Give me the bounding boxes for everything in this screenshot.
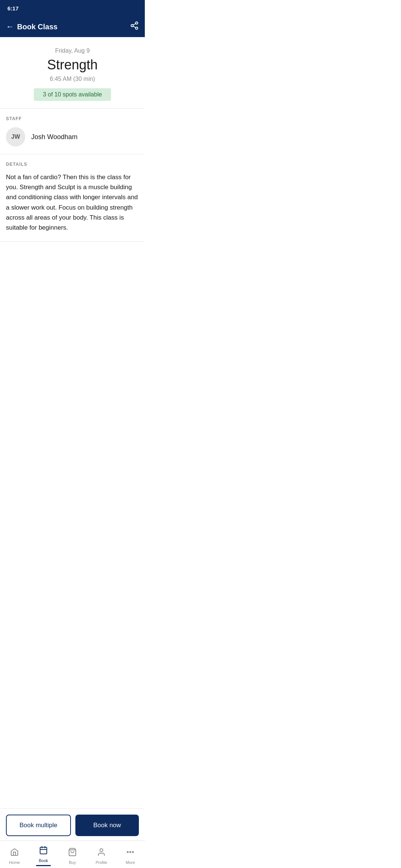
class-info-section: Friday, Aug 9 Strength 6:45 AM (30 min) … [0,37,145,109]
status-time: 6:17 [7,5,19,11]
share-button[interactable] [130,21,139,32]
staff-name: Josh Woodham [31,133,78,141]
details-section-label: DETAILS [6,162,139,167]
class-time: 6:45 AM (30 min) [6,76,139,82]
spots-badge: 3 of 10 spots available [34,88,111,101]
details-text: Not a fan of cardio? Then this is the cl… [6,172,139,233]
staff-avatar: JW [6,127,25,147]
page-title: Book Class [17,23,58,31]
svg-line-3 [133,26,136,28]
back-button[interactable]: ← Book Class [6,23,58,31]
staff-row: JW Josh Woodham [6,127,139,147]
class-name: Strength [6,57,139,73]
svg-line-4 [133,24,136,25]
back-icon: ← [6,23,14,31]
details-section: DETAILS Not a fan of cardio? Then this i… [0,154,145,242]
staff-section-label: STAFF [6,116,139,121]
nav-bar: ← Book Class [0,16,145,37]
staff-section: STAFF JW Josh Woodham [0,109,145,154]
status-bar: 6:17 [0,0,145,16]
class-date: Friday, Aug 9 [6,47,139,54]
